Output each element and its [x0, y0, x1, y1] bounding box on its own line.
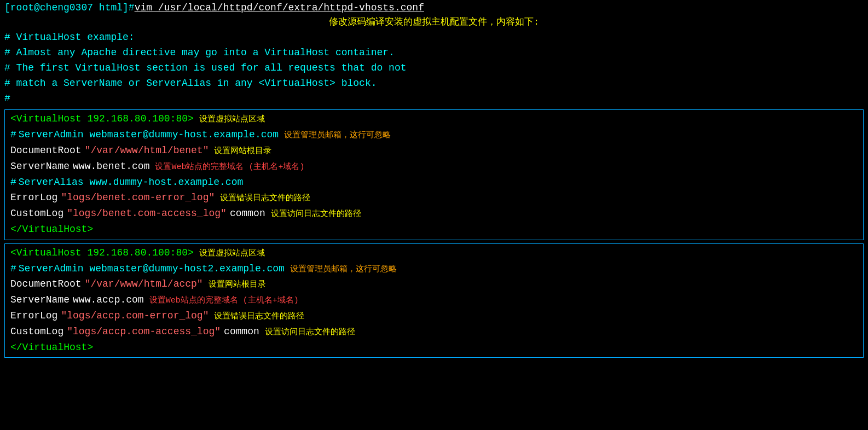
vhost2-serveradmin: # ServerAdmin webmaster@dummy-host2.exam… [5, 261, 863, 277]
prompt-command: vim /usr/local/httpd/conf/extra/httpd-vh… [135, 2, 424, 13]
comment-line-2: # Almost any Apache directive may go int… [0, 45, 868, 61]
comment-line-1: # VirtualHost example: [0, 30, 868, 45]
vhost2-errorlog: ErrorLog "logs/accp.com-error_log" 设置错误日… [5, 308, 863, 324]
vhost1-customlog: CustomLog "logs/benet.com-access_log" co… [5, 206, 863, 222]
vhost-block-1: <VirtualHost 192.168.80.100:80> 设置虚拟站点区域… [4, 109, 864, 240]
vhost1-servername: ServerName www.benet.com 设置Web站点的完整域名 (主… [5, 159, 863, 175]
terminal: [root@cheng0307 html]# vim /usr/local/ht… [0, 0, 868, 430]
subtitle: 修改源码编译安装的虚拟主机配置文件，内容如下: [0, 14, 868, 30]
vhost-block-2: <VirtualHost 192.168.80.100:80> 设置虚拟站点区域… [4, 243, 864, 358]
vhost1-serveradmin: # ServerAdmin webmaster@dummy-host.examp… [5, 127, 863, 143]
vhost1-open: <VirtualHost 192.168.80.100:80> 设置虚拟站点区域 [5, 111, 863, 127]
vhost1-errorlog: ErrorLog "logs/benet.com-error_log" 设置错误… [5, 190, 863, 206]
comment-line-5: # [0, 91, 868, 107]
vhost2-servername: ServerName www.accp.com 设置Web站点的完整域名 (主机… [5, 292, 863, 308]
vhost1-docroot: DocumentRoot "/var/www/html/benet" 设置网站根… [5, 143, 863, 159]
vhost2-close: </VirtualHost> [5, 340, 863, 356]
vhost2-customlog: CustomLog "logs/accp.com-access_log" com… [5, 324, 863, 340]
vhost2-open: <VirtualHost 192.168.80.100:80> 设置虚拟站点区域 [5, 245, 863, 261]
prompt-user: [root@cheng0307 html]# [4, 2, 135, 13]
comment-line-4: # match a ServerName or ServerAlias in a… [0, 76, 868, 91]
vhost1-close: </VirtualHost> [5, 222, 863, 237]
vhost2-docroot: DocumentRoot "/var/www/html/accp" 设置网站根目… [5, 276, 863, 292]
comment-line-3: # The first VirtualHost section is used … [0, 61, 868, 76]
vhost1-serveralias: # ServerAlias www.dummy-host.example.com [5, 175, 863, 190]
prompt-line: [root@cheng0307 html]# vim /usr/local/ht… [0, 0, 868, 14]
